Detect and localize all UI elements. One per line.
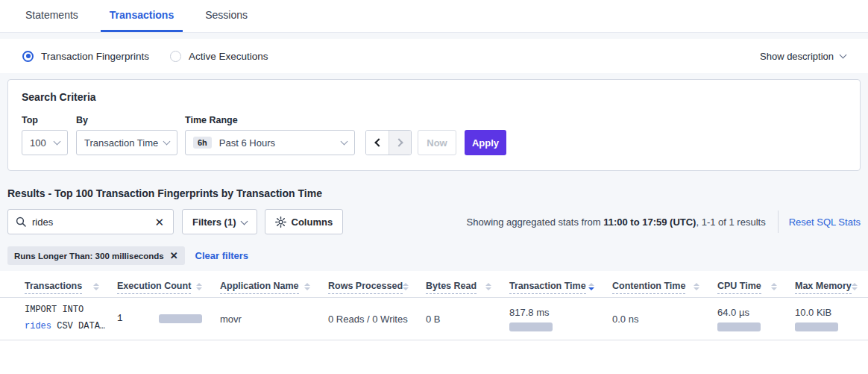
- sort-icon[interactable]: [304, 283, 310, 290]
- rows-processed-cell: 0 Reads / 0 Writes: [328, 314, 426, 325]
- top-label: Top: [22, 115, 68, 125]
- filter-chip[interactable]: Runs Longer Than: 300 milliseconds ✕: [7, 246, 185, 265]
- previous-time-window-button[interactable]: [366, 131, 389, 155]
- top-select-value: 100: [30, 137, 46, 149]
- aggregated-stats-text: Showing aggregated stats from 11:00 to 1…: [467, 216, 766, 228]
- filters-label: Filters (1): [192, 216, 236, 228]
- table-header-row: Transactions Execution Count Application…: [0, 271, 868, 298]
- bytes-read-cell: 0 B: [426, 314, 509, 325]
- chevron-down-icon: [341, 137, 348, 145]
- execution-count-cell: 1: [117, 314, 220, 324]
- radio-unselected-icon[interactable]: [170, 51, 181, 62]
- column-header-transactions[interactable]: Transactions: [25, 281, 117, 297]
- radio-transaction-fingerprints[interactable]: Transaction Fingerprints: [22, 51, 149, 62]
- column-header-bytes-read[interactable]: Bytes Read: [426, 281, 509, 297]
- execution-count-bar: [159, 314, 202, 323]
- sort-icon[interactable]: [694, 283, 699, 290]
- cpu-time-bar: [717, 322, 761, 331]
- tab-sessions[interactable]: Sessions: [196, 0, 257, 32]
- time-range-value: Past 6 Hours: [219, 137, 275, 149]
- highlighted-keyword: rides: [25, 321, 51, 331]
- column-header-rows-processed[interactable]: Rows Processed: [328, 281, 426, 297]
- transaction-time-cell: 817.8 ms: [509, 307, 612, 331]
- chevron-right-icon: [394, 138, 403, 146]
- sort-icon[interactable]: [403, 283, 409, 290]
- search-icon: [16, 216, 26, 227]
- table-row: IMPORT INTO rides CSV DATA… 1 movr 0 Rea…: [0, 298, 868, 340]
- chevron-left-icon: [374, 138, 383, 146]
- sort-icon[interactable]: [771, 283, 777, 290]
- time-range-label: Time Range: [185, 115, 355, 125]
- tab-transactions[interactable]: Transactions: [101, 0, 183, 32]
- clear-search-icon[interactable]: ✕: [153, 216, 166, 228]
- by-label: By: [76, 115, 177, 125]
- chevron-down-icon: [54, 137, 61, 145]
- chevron-down-icon: [840, 51, 847, 58]
- search-criteria-title: Search Criteria: [22, 91, 846, 103]
- radio-selected-icon[interactable]: [22, 51, 34, 62]
- time-window-arrows: [365, 130, 412, 155]
- application-name-cell: movr: [220, 314, 328, 325]
- columns-label: Columns: [292, 216, 333, 228]
- sort-icon[interactable]: [852, 283, 858, 290]
- radio-active-executions[interactable]: Active Executions: [170, 51, 268, 62]
- results-title: Results - Top 100 Transaction Fingerprin…: [7, 187, 861, 199]
- top-select[interactable]: 100: [22, 130, 68, 155]
- column-header-transaction-time[interactable]: Transaction Time: [509, 281, 612, 297]
- results-controls: ✕ Filters (1) Columns Showing aggregated…: [7, 209, 861, 234]
- sort-icon[interactable]: [93, 283, 99, 290]
- transaction-time-bar: [509, 322, 553, 331]
- show-description-toggle[interactable]: Show description: [760, 51, 846, 62]
- results-table: Transactions Execution Count Application…: [0, 271, 868, 374]
- next-time-window-button[interactable]: [389, 131, 411, 155]
- radio-label: Active Executions: [189, 51, 268, 62]
- sort-icon[interactable]: [196, 283, 202, 290]
- top-tab-bar: Statements Transactions Sessions: [0, 0, 868, 33]
- active-filters-row: Runs Longer Than: 300 milliseconds ✕ Cle…: [7, 246, 861, 265]
- show-description-label: Show description: [760, 51, 834, 62]
- max-memory-cell: 10.0 KiB: [795, 307, 868, 331]
- transaction-fingerprint-cell[interactable]: IMPORT INTO rides CSV DATA…: [25, 302, 117, 334]
- column-header-cpu-time[interactable]: CPU Time: [717, 281, 795, 297]
- column-header-max-memory[interactable]: Max Memory: [795, 281, 868, 297]
- cpu-time-cell: 64.0 µs: [717, 307, 795, 331]
- radio-label: Transaction Fingerprints: [41, 51, 149, 62]
- clear-filters-link[interactable]: Clear filters: [195, 250, 249, 261]
- filters-button[interactable]: Filters (1): [182, 209, 257, 234]
- by-select[interactable]: Transaction Time: [76, 130, 177, 155]
- view-toggle-row: Transaction Fingerprints Active Executio…: [0, 39, 868, 73]
- sort-icon[interactable]: [485, 283, 491, 290]
- search-input[interactable]: [32, 216, 153, 228]
- chevron-down-icon: [240, 217, 248, 225]
- contention-time-cell: 0.0 ns: [612, 314, 717, 325]
- chevron-down-icon: [163, 137, 171, 145]
- remove-filter-icon[interactable]: ✕: [170, 250, 178, 261]
- search-criteria-card: Search Criteria Top 100 By Transaction T…: [7, 79, 861, 171]
- transactions-page: Statements Transactions Sessions Transac…: [0, 0, 868, 374]
- time-range-badge: 6h: [193, 137, 212, 149]
- column-header-application-name[interactable]: Application Name: [220, 281, 328, 297]
- by-select-value: Transaction Time: [84, 137, 158, 149]
- sort-icon[interactable]: [588, 283, 594, 290]
- time-range-select[interactable]: 6h Past 6 Hours: [185, 130, 355, 155]
- vertical-divider: [778, 211, 779, 233]
- apply-button[interactable]: Apply: [465, 130, 506, 155]
- column-header-execution-count[interactable]: Execution Count: [117, 281, 220, 297]
- columns-button[interactable]: Columns: [265, 209, 344, 234]
- gear-icon: [275, 216, 286, 228]
- tab-statements[interactable]: Statements: [16, 0, 87, 32]
- reset-sql-stats-link[interactable]: Reset SQL Stats: [789, 216, 861, 228]
- column-header-contention-time[interactable]: Contention Time: [612, 281, 717, 297]
- search-box: ✕: [7, 209, 174, 234]
- now-button[interactable]: Now: [418, 130, 456, 155]
- filter-chip-label: Runs Longer Than: 300 milliseconds: [14, 252, 164, 261]
- max-memory-bar: [795, 322, 838, 331]
